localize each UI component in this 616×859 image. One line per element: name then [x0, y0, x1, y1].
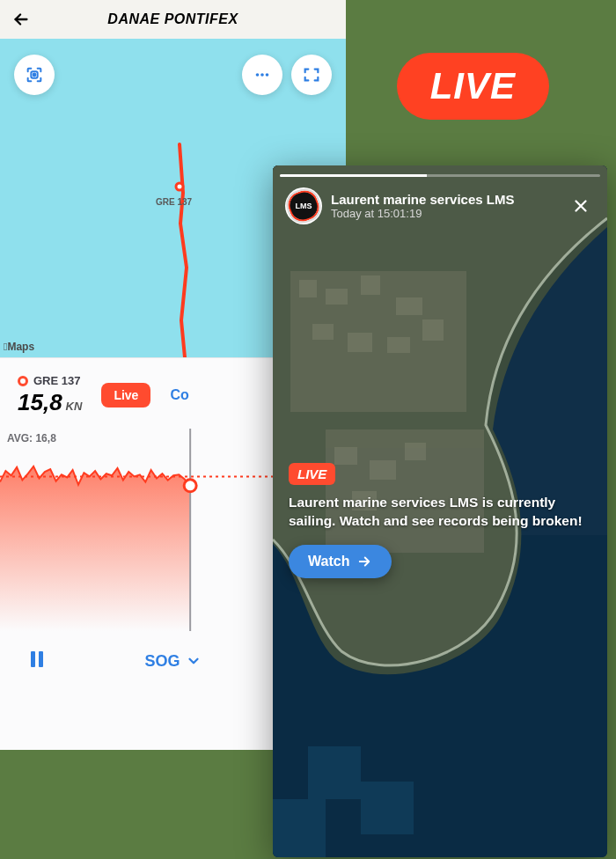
svg-point-3	[256, 73, 260, 77]
map-attribution: Maps	[4, 341, 34, 353]
stat-marker-icon	[18, 376, 28, 386]
close-icon	[571, 196, 590, 216]
story-timestamp: Today at 15:01:19	[331, 207, 558, 220]
watch-button[interactable]: Watch	[289, 545, 392, 578]
more-button[interactable]	[242, 55, 282, 95]
fullscreen-button[interactable]	[291, 55, 332, 95]
app-header: DANAE PONTIFEX	[0, 0, 346, 39]
live-pill: LIVE	[397, 53, 549, 120]
stat-label: GRE 137	[33, 374, 80, 387]
pause-button[interactable]	[26, 648, 48, 674]
story-screen: LMS Laurent marine services LMS Today at…	[273, 165, 607, 857]
svg-rect-9	[31, 651, 35, 667]
live-badge[interactable]: Live	[101, 383, 150, 407]
org-name: Laurent marine services LMS	[331, 192, 558, 207]
fullscreen-icon	[302, 65, 321, 84]
svg-point-0	[176, 183, 183, 190]
story-header: LMS Laurent marine services LMS Today at…	[273, 177, 607, 224]
story-live-chip: LIVE	[289, 463, 335, 485]
arrow-right-icon	[356, 554, 372, 569]
svg-point-2	[33, 74, 36, 77]
org-avatar[interactable]: LMS	[285, 187, 322, 224]
svg-point-5	[266, 73, 269, 77]
more-icon	[253, 65, 272, 84]
next-metric-peek[interactable]: Co	[170, 387, 188, 403]
svg-rect-10	[39, 651, 43, 667]
stat-value: 15,8	[18, 389, 62, 416]
scan-button[interactable]	[14, 55, 55, 95]
back-button[interactable]	[9, 7, 33, 32]
metric-selector[interactable]: SOG	[144, 652, 201, 671]
story-cta-block: LIVE Laurent marine services LMS is curr…	[273, 463, 607, 578]
metric-selector-label: SOG	[144, 652, 180, 671]
chevron-down-icon	[186, 653, 202, 669]
map-boat-label: GRE 137	[156, 197, 192, 207]
org-avatar-text: LMS	[290, 192, 318, 220]
back-arrow-icon	[11, 10, 31, 29]
primary-stat[interactable]: GRE 137 15,8 KN	[18, 374, 82, 416]
svg-point-8	[184, 480, 196, 492]
avg-label: AVG: 16,8	[7, 432, 56, 444]
close-button[interactable]	[567, 192, 595, 220]
page-title: DANAE PONTIFEX	[107, 11, 238, 27]
pause-icon	[26, 648, 48, 671]
svg-point-4	[260, 73, 264, 77]
watch-button-label: Watch	[308, 554, 349, 569]
scan-icon	[25, 65, 44, 84]
story-cta-text: Laurent marine services LMS is currently…	[289, 494, 591, 531]
stat-unit: KN	[66, 400, 83, 413]
